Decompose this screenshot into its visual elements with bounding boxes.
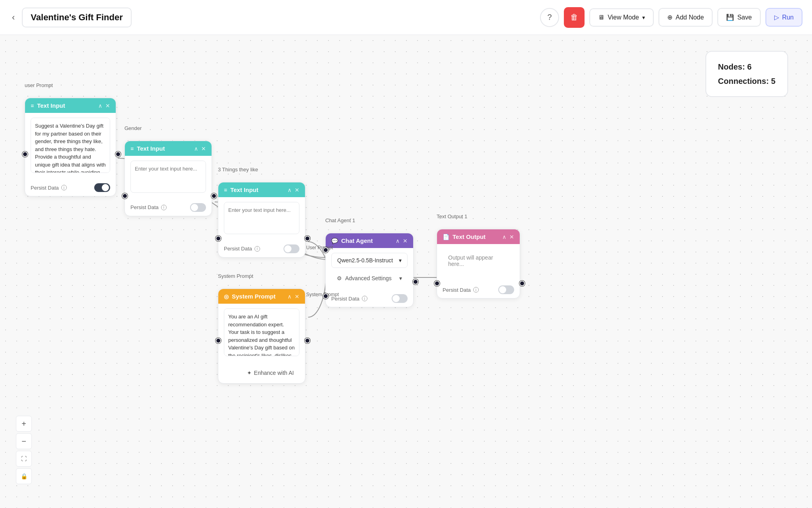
lock-button[interactable]: 🔒 bbox=[16, 468, 32, 484]
gender-toggle[interactable] bbox=[190, 203, 206, 212]
gear-icon: ⚙ bbox=[337, 275, 342, 281]
workflow-title: Valentine's Gift Finder bbox=[22, 8, 131, 27]
chat-agent-collapse-button[interactable]: ∧ bbox=[396, 238, 400, 244]
model-select[interactable]: Qwen2.5-0.5B-Instruct ▾ bbox=[331, 253, 408, 268]
three-things-node: ≡ Text Input ∧ ✕ Persist Data i bbox=[218, 182, 305, 258]
chat-agent-label: Chat Agent 1 bbox=[325, 217, 355, 225]
help-icon: ? bbox=[548, 13, 552, 22]
chat-agent-body: Qwen2.5-0.5B-Instruct ▾ ⚙ Advanced Setti… bbox=[326, 248, 413, 290]
gender-textarea[interactable] bbox=[130, 161, 206, 193]
zoom-out-button[interactable]: − bbox=[16, 433, 32, 449]
persist-info-icon: i bbox=[61, 185, 67, 190]
save-button[interactable]: 💾 Save bbox=[717, 8, 760, 27]
system-prompt-out-dot bbox=[305, 338, 310, 343]
three-things-footer: Persist Data i bbox=[218, 240, 305, 257]
text-output-out-dot bbox=[519, 281, 525, 286]
chat-agent-toggle[interactable] bbox=[392, 294, 408, 303]
three-things-collapse-button[interactable]: ∧ bbox=[288, 187, 291, 193]
user-prompt-toggle[interactable] bbox=[94, 183, 110, 192]
text-output-collapse-button[interactable]: ∧ bbox=[502, 234, 506, 240]
chat-agent-system-in-dot bbox=[323, 293, 328, 299]
gender-header: ≡ Text Input ∧ ✕ bbox=[125, 141, 212, 156]
three-things-toggle[interactable] bbox=[284, 244, 299, 253]
three-things-header: ≡ Text Input ∧ ✕ bbox=[218, 182, 305, 197]
gender-info-icon: i bbox=[161, 205, 167, 210]
advanced-settings-row[interactable]: ⚙ Advanced Settings ▾ bbox=[331, 271, 408, 285]
help-button[interactable]: ? bbox=[540, 8, 559, 27]
save-icon: 💾 bbox=[726, 14, 734, 21]
select-chevron-icon: ▾ bbox=[399, 257, 402, 264]
user-prompt-label: user Prompt bbox=[25, 82, 53, 90]
user-prompt-node: ≡ Text Input ∧ ✕ Persist Data i bbox=[25, 98, 116, 196]
collapse-button[interactable]: ∧ bbox=[98, 103, 102, 109]
run-button[interactable]: ▷ Run bbox=[765, 8, 802, 27]
gender-node: ≡ Text Input ∧ ✕ Persist Data i bbox=[124, 141, 212, 216]
three-things-info-icon: i bbox=[254, 246, 260, 252]
gender-footer: Persist Data i bbox=[125, 199, 212, 216]
play-icon: ▷ bbox=[774, 14, 779, 21]
gender-close-button[interactable]: ✕ bbox=[201, 145, 206, 152]
text-output-info-icon: i bbox=[473, 287, 479, 293]
chevron-down-icon: ▾ bbox=[642, 14, 645, 21]
text-input-icon2: ≡ bbox=[130, 145, 134, 152]
text-input-icon: ≡ bbox=[31, 103, 34, 109]
gender-collapse-button[interactable]: ∧ bbox=[194, 145, 198, 152]
chat-agent-system-prompt-label: System Prompt bbox=[306, 292, 339, 297]
text-output-body: Output will appear here... bbox=[437, 244, 520, 281]
zoom-in-button[interactable]: + bbox=[16, 416, 32, 432]
add-node-button[interactable]: ⊕ Add Node bbox=[659, 8, 713, 27]
system-prompt-in-dot bbox=[216, 338, 221, 343]
three-things-in-dot bbox=[216, 236, 221, 241]
system-prompt-node: ◎ System Prompt ∧ ✕ ✦ Enhance with AI bbox=[218, 289, 305, 384]
user-prompt-textarea[interactable] bbox=[31, 118, 110, 173]
user-prompt-body bbox=[25, 113, 116, 179]
chat-agent-header: 💬 Chat Agent ∧ ✕ bbox=[326, 233, 413, 248]
delete-button[interactable]: 🗑 bbox=[564, 7, 585, 28]
gender-body bbox=[125, 156, 212, 199]
sparkle-icon: ✦ bbox=[247, 370, 252, 376]
text-output-close-button[interactable]: ✕ bbox=[509, 234, 514, 240]
gender-out-dot bbox=[211, 193, 217, 199]
gender-in-dot bbox=[122, 193, 128, 199]
three-things-close-button[interactable]: ✕ bbox=[295, 187, 299, 193]
system-prompt-textarea[interactable] bbox=[224, 308, 299, 356]
system-prompt-close-button[interactable]: ✕ bbox=[295, 293, 299, 300]
nodes-info-panel: Nodes: 6 Connections: 5 bbox=[705, 51, 788, 97]
advanced-chevron-icon: ▾ bbox=[399, 275, 402, 281]
chat-agent-user-prompt-label: User Prompt bbox=[306, 245, 333, 250]
system-prompt-footer: ✦ Enhance with AI bbox=[218, 363, 305, 383]
nodes-count: Nodes: 6 bbox=[718, 60, 775, 74]
text-output-icon: 📄 bbox=[443, 234, 449, 240]
chat-agent-out-dot bbox=[413, 279, 418, 285]
system-prompt-body bbox=[218, 304, 305, 363]
trash-icon: 🗑 bbox=[570, 13, 578, 22]
chat-agent-icon: 💬 bbox=[331, 238, 338, 244]
chat-agent-user-in-dot bbox=[323, 247, 328, 253]
system-prompt-label: System Prompt bbox=[218, 273, 253, 281]
plus-circle-icon: ⊕ bbox=[667, 14, 672, 21]
monitor-icon: 🖥 bbox=[598, 14, 604, 21]
zoom-controls: + − ⛶ 🔒 bbox=[16, 416, 32, 484]
text-output-in-dot bbox=[434, 281, 440, 286]
user-prompt-footer: Persist Data i bbox=[25, 179, 116, 196]
connections-count: Connections: 5 bbox=[718, 74, 775, 88]
enhance-ai-button[interactable]: ✦ Enhance with AI bbox=[241, 366, 299, 379]
fit-view-button[interactable]: ⛶ bbox=[16, 451, 32, 467]
text-input-icon3: ≡ bbox=[224, 187, 227, 193]
system-prompt-collapse-button[interactable]: ∧ bbox=[288, 293, 291, 300]
three-things-out-dot bbox=[305, 236, 310, 241]
workflow-canvas[interactable]: Nodes: 6 Connections: 5 user Prompt ≡ Te… bbox=[0, 35, 812, 508]
text-output-label: Text Output 1 bbox=[437, 213, 467, 221]
text-output-toggle[interactable] bbox=[498, 285, 514, 294]
text-output-header: 📄 Text Output ∧ ✕ bbox=[437, 229, 520, 244]
chat-agent-close-button[interactable]: ✕ bbox=[403, 238, 408, 244]
text-output-placeholder: Output will appear here... bbox=[443, 249, 514, 277]
view-mode-button[interactable]: 🖥 View Mode ▾ bbox=[589, 8, 654, 27]
close-button[interactable]: ✕ bbox=[105, 103, 110, 109]
back-button[interactable]: ‹ bbox=[10, 10, 17, 25]
user-prompt-out-dot bbox=[115, 151, 121, 157]
user-prompt-in-dot bbox=[22, 151, 28, 157]
system-prompt-icon: ◎ bbox=[224, 293, 229, 300]
three-things-textarea[interactable] bbox=[224, 202, 299, 234]
topbar: ‹ Valentine's Gift Finder ? 🗑 🖥 View Mod… bbox=[0, 0, 812, 35]
